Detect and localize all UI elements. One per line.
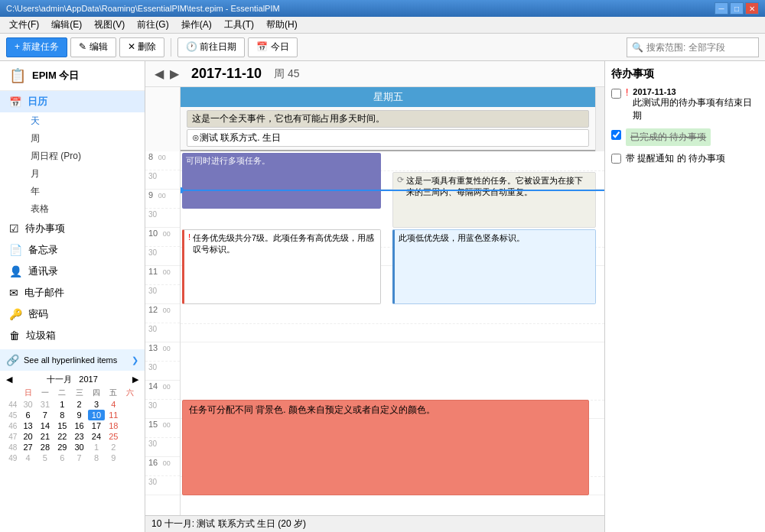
mini-cal-cell[interactable]: 30 <box>19 399 36 410</box>
time-slot-14-top: 14 00 <box>145 381 180 400</box>
mini-cal-cell[interactable]: 2 <box>105 442 122 453</box>
search-input[interactable] <box>646 42 754 53</box>
mini-cal-cell[interactable]: 20 <box>19 431 36 442</box>
menu-goto[interactable]: 前往(G) <box>131 17 174 33</box>
mini-cal-cell[interactable]: 22 <box>54 431 70 442</box>
menu-action[interactable]: 操作(A) <box>175 17 218 33</box>
mini-cal-cell[interactable]: 44 <box>6 399 19 410</box>
cal-week: 周 45 <box>274 67 299 81</box>
mini-cal-cell[interactable]: 49 <box>6 453 19 463</box>
sidebar-item-email[interactable]: ✉ 电子邮件 <box>0 282 145 303</box>
delete-button[interactable]: ✕ 删除 <box>119 37 164 57</box>
new-task-button[interactable]: + 新建任务 <box>6 37 67 57</box>
mini-cal-cell[interactable]: 28 <box>37 442 54 453</box>
all-links-button[interactable]: 🔗 See all hyperlinked items ❯ <box>0 349 145 371</box>
time-slot-8-bot: 30 <box>145 170 180 190</box>
mini-cal-prev[interactable]: ◀ <box>6 375 12 384</box>
mini-cal-cell[interactable]: 15 <box>54 420 70 431</box>
search-box[interactable]: 🔍 <box>627 37 759 57</box>
todo-checkbox-1[interactable] <box>611 89 621 99</box>
sidebar-item-calendar[interactable]: 📅 日历 <box>0 91 145 112</box>
close-button[interactable]: ✕ <box>745 2 759 15</box>
today-button[interactable]: 📅 今日 <box>248 37 297 57</box>
calendar-sub: 天 周 周日程 (Pro) 月 年 表格 <box>0 112 145 218</box>
all-day-event-2[interactable]: ⊙测试 联系方式. 生日 <box>187 129 589 147</box>
mini-cal-cell[interactable]: 30 <box>70 442 87 453</box>
menu-view[interactable]: 视图(V) <box>88 17 131 33</box>
maximize-button[interactable]: □ <box>730 2 744 15</box>
mini-cal-cell[interactable]: 17 <box>88 420 105 431</box>
sub-item-table[interactable]: 表格 <box>24 200 145 218</box>
mini-cal-cell[interactable]: 6 <box>54 453 70 463</box>
sub-item-month[interactable]: 月 <box>24 165 145 183</box>
mini-cal-cell[interactable]: 13 <box>19 420 36 431</box>
sidebar-item-passwords[interactable]: 🔑 密码 <box>0 303 145 325</box>
todo-checkbox-2[interactable] <box>611 130 621 140</box>
event-multi-task[interactable]: 可同时进行多项任务。 <box>182 153 381 209</box>
mini-cal-cell[interactable]: 4 <box>105 399 122 410</box>
mini-cal-cell[interactable]: 3 <box>88 399 105 410</box>
mini-cal-cell[interactable]: 2 <box>70 399 87 410</box>
todo-checkbox-3[interactable] <box>611 154 621 164</box>
contacts-label: 通讯录 <box>28 264 58 278</box>
mini-cal-cell[interactable]: 46 <box>6 420 19 431</box>
all-day-event-1[interactable]: 这是一个全天事件，它也有可能占用多天时间。 <box>187 110 589 128</box>
mini-cal-cell[interactable]: 8 <box>88 453 105 463</box>
event-high-priority[interactable]: ! 任务优先级共分7级。此项任务有高优先级，用感叹号标识。 <box>182 229 381 304</box>
mini-cal-cell[interactable]: 1 <box>88 442 105 453</box>
mini-cal-cell[interactable]: 45 <box>6 410 19 420</box>
week-num-header <box>6 387 19 399</box>
events-area[interactable]: 可同时进行多项任务。 ⟳ 这是一项具有重复性的任务。它被设置为在接下来的三周内、… <box>181 151 604 515</box>
menu-file[interactable]: 文件(F) <box>3 17 45 33</box>
mini-cal-cell[interactable]: 7 <box>70 453 87 463</box>
event-colored-bg[interactable]: 任务可分配不同 背景色. 颜色来自预定义或者自定义的颜色。 <box>182 400 589 495</box>
cal-next-button[interactable]: ▶ <box>170 66 179 81</box>
day-columns-header: 星期五 这是一个全天事件，它也有可能占用多天时间。 ⊙测试 联系方式. 生日 <box>145 87 604 151</box>
event-recurring[interactable]: ⟳ 这是一项具有重复性的任务。它被设置为在接下来的三周内、每隔两天自动重复。 <box>392 172 596 228</box>
sidebar-item-tasks[interactable]: ☑ 待办事项 <box>0 218 145 239</box>
mini-cal-cell[interactable]: 24 <box>88 431 105 442</box>
sidebar-item-contacts[interactable]: 👤 通讯录 <box>0 261 145 282</box>
menu-tools[interactable]: 工具(T) <box>218 17 260 33</box>
mini-cal-cell[interactable]: 31 <box>37 399 54 410</box>
mini-cal-cell[interactable]: 5 <box>37 453 54 463</box>
mini-cal-cell[interactable]: 18 <box>105 420 122 431</box>
mini-cal-next[interactable]: ▶ <box>132 375 138 384</box>
mini-cal-cell[interactable]: 14 <box>37 420 54 431</box>
epim-icon: 📋 <box>9 67 26 84</box>
mini-cal-cell[interactable]: 16 <box>70 420 87 431</box>
minimize-button[interactable]: ─ <box>715 2 728 15</box>
mini-cal-cell[interactable]: 27 <box>19 442 36 453</box>
mini-cal-cell[interactable]: 9 <box>70 410 87 420</box>
menu-bar: 文件(F) 编辑(E) 视图(V) 前往(G) 操作(A) 工具(T) 帮助(H… <box>0 17 765 34</box>
trash-icon: 🗑 <box>9 329 20 342</box>
mini-cal-cell[interactable]: 1 <box>54 399 70 410</box>
mini-cal-cell[interactable]: 6 <box>19 410 36 420</box>
mini-cal-cell[interactable]: 23 <box>70 431 87 442</box>
sub-item-week[interactable]: 周 <box>24 130 145 148</box>
time-slot-9-top: 9 00 <box>145 190 180 209</box>
cal-prev-button[interactable]: ◀ <box>155 66 164 81</box>
mini-cal-cell[interactable]: 7 <box>37 410 54 420</box>
mini-cal-cell[interactable]: 10 <box>88 410 105 420</box>
edit-button[interactable]: ✎ 编辑 <box>70 37 116 57</box>
mini-cal-cell[interactable]: 9 <box>105 453 122 463</box>
prev-date-button[interactable]: 🕐 前往日期 <box>177 37 245 57</box>
menu-edit[interactable]: 编辑(E) <box>45 17 88 33</box>
mini-cal-cell[interactable]: 47 <box>6 431 19 442</box>
mini-cal-cell[interactable]: 4 <box>19 453 36 463</box>
mini-cal-cell[interactable]: 21 <box>37 431 54 442</box>
mini-cal-cell[interactable]: 48 <box>6 442 19 453</box>
menu-help[interactable]: 帮助(H) <box>260 17 304 33</box>
todo-item-1: ! 2017-11-13 此测试用的待办事项有结束日期 <box>611 87 759 122</box>
event-low-priority[interactable]: 此项低优先级，用蓝色竖条标识。 <box>392 229 596 304</box>
sub-item-week-pro[interactable]: 周日程 (Pro) <box>24 148 145 165</box>
mini-cal-cell[interactable]: 8 <box>54 410 70 420</box>
mini-cal-cell[interactable]: 11 <box>105 410 122 420</box>
sidebar-item-notes[interactable]: 📄 备忘录 <box>0 239 145 261</box>
sidebar-item-trash[interactable]: 🗑 垃圾箱 <box>0 325 145 346</box>
mini-cal-cell[interactable]: 29 <box>54 442 70 453</box>
sub-item-year[interactable]: 年 <box>24 183 145 200</box>
mini-cal-cell[interactable]: 25 <box>105 431 122 442</box>
sub-item-day[interactable]: 天 <box>24 112 145 130</box>
